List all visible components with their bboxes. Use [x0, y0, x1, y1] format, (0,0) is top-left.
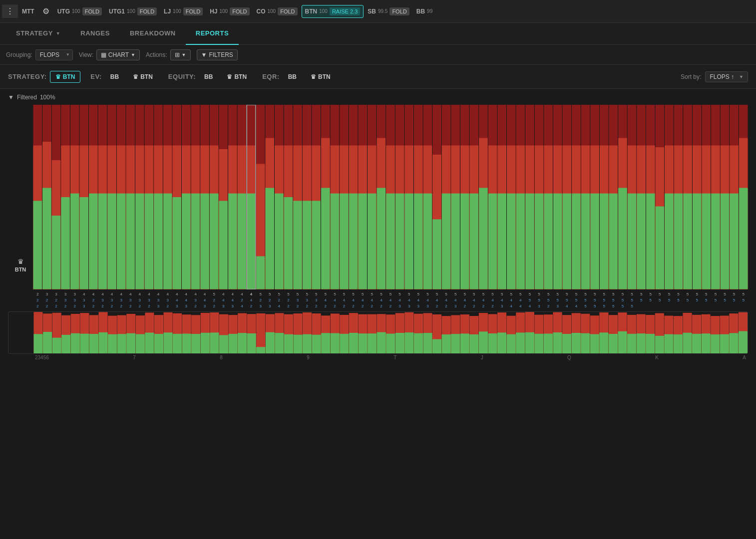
ev-btn-btn[interactable]: ♛ BTN — [127, 71, 158, 83]
bar-chart-svg-container[interactable] — [33, 105, 748, 289]
svg-text:5: 5 — [259, 292, 262, 296]
svg-rect-604 — [739, 331, 748, 354]
eqr-bb-btn[interactable]: BB — [283, 71, 302, 83]
svg-rect-508 — [294, 335, 303, 354]
svg-text:5: 5 — [371, 292, 374, 296]
position-btn[interactable]: BTN 100 RAISE 2.3 — [302, 5, 364, 18]
svg-text:5: 5 — [278, 292, 281, 296]
tab-reports[interactable]: REPORTS — [186, 23, 239, 45]
svg-text:5: 5 — [389, 292, 392, 296]
svg-text:4: 4 — [454, 298, 457, 302]
svg-rect-219 — [702, 194, 711, 289]
filters-button[interactable]: ▼ FILTERS — [197, 49, 238, 60]
view-chart-button[interactable]: ▦ CHART ▼ — [96, 49, 140, 60]
svg-text:4: 4 — [473, 298, 475, 302]
position-hj[interactable]: HJ 100 FOLD — [207, 5, 252, 17]
svg-text:5: 5 — [742, 298, 745, 302]
svg-text:5: 5 — [510, 292, 513, 296]
svg-text:4: 4 — [501, 298, 503, 302]
position-bb[interactable]: BB 99 — [413, 6, 435, 17]
tab-ranges[interactable]: RANGES — [70, 23, 120, 45]
svg-text:5: 5 — [529, 298, 531, 302]
svg-rect-68 — [238, 194, 247, 289]
equity-label: EQUITY: — [168, 73, 196, 80]
equity-btn-btn[interactable]: ♛ BTN — [221, 71, 252, 83]
sort-select-wrapper[interactable]: FLOPS ↑ ▼ — [705, 71, 748, 82]
mini-chart-container[interactable] — [8, 311, 748, 354]
eqr-btn-btn[interactable]: ♛ BTN — [305, 71, 336, 83]
svg-rect-566 — [562, 334, 571, 354]
position-lj[interactable]: LJ 100 FOLD — [161, 5, 206, 17]
bar-chart-svg — [33, 105, 748, 289]
svg-text:4: 4 — [92, 292, 95, 296]
svg-text:2: 2 — [92, 298, 95, 302]
svg-rect-81 — [275, 194, 284, 289]
svg-rect-41 — [154, 194, 163, 289]
svg-rect-574 — [599, 332, 608, 354]
svg-text:5: 5 — [380, 292, 382, 296]
svg-text:2: 2 — [306, 304, 308, 308]
svg-text:2: 2 — [343, 304, 346, 308]
svg-rect-526 — [377, 332, 386, 354]
svg-text:2: 2 — [362, 304, 364, 308]
svg-text:5: 5 — [557, 292, 559, 296]
co-label: CO — [257, 8, 266, 15]
tab-breakdown[interactable]: BREAKDOWN — [120, 23, 186, 45]
svg-text:5: 5 — [594, 298, 596, 302]
position-co[interactable]: CO 100 FOLD — [254, 5, 301, 17]
ev-bb-btn[interactable]: BB — [105, 71, 124, 83]
svg-text:4: 4 — [111, 292, 113, 296]
position-utg1[interactable]: UTG1 100 FOLD — [106, 5, 160, 17]
menu-button[interactable]: ⋮ — [2, 4, 18, 18]
grouping-select[interactable]: FLOPS TURNS RIVERS — [35, 49, 73, 60]
svg-text:5: 5 — [566, 292, 568, 296]
svg-rect-460 — [71, 333, 80, 354]
svg-text:4: 4 — [129, 292, 132, 296]
tab-strategy[interactable]: STRATEGY ▼ — [6, 23, 70, 45]
svg-text:5: 5 — [715, 292, 717, 296]
strategy-bar: STRATEGY: ♛ BTN EV: BB ♛ BTN EQUITY: BB … — [0, 65, 756, 89]
svg-text:2: 2 — [436, 304, 438, 308]
position-utg[interactable]: UTG 100 FOLD — [54, 5, 105, 17]
svg-rect-564 — [553, 332, 562, 354]
game-type[interactable]: MTT — [19, 6, 37, 17]
svg-rect-153 — [497, 194, 506, 289]
svg-text:2: 2 — [213, 298, 215, 302]
svg-text:3: 3 — [306, 298, 308, 302]
svg-text:4: 4 — [250, 298, 253, 302]
hj-action: FOLD — [230, 7, 249, 15]
grouping-select-wrapper[interactable]: FLOPS TURNS RIVERS — [35, 49, 73, 60]
svg-rect-47 — [172, 197, 181, 289]
svg-rect-580 — [627, 334, 636, 354]
svg-rect-78 — [265, 188, 274, 289]
svg-rect-195 — [628, 194, 637, 289]
position-sb[interactable]: SB 99.5 FOLD — [365, 5, 412, 17]
svg-text:3: 3 — [269, 304, 271, 308]
svg-text:2: 2 — [120, 304, 122, 308]
svg-text:3: 3 — [166, 298, 169, 302]
strategy-btn-label: BTN — [63, 73, 75, 80]
equity-bb-btn[interactable]: BB — [199, 71, 218, 83]
svg-rect-582 — [637, 333, 646, 354]
svg-rect-198 — [637, 194, 646, 289]
actions-button[interactable]: ⊞ ▼ — [170, 49, 191, 60]
svg-text:4: 4 — [278, 304, 281, 308]
svg-text:3: 3 — [83, 304, 85, 308]
svg-text:3: 3 — [64, 292, 67, 296]
svg-text:5: 5 — [659, 298, 661, 302]
svg-text:5: 5 — [649, 298, 652, 302]
svg-text:4: 4 — [482, 298, 485, 302]
settings-button[interactable]: ⚙ — [38, 4, 53, 18]
svg-text:4: 4 — [352, 298, 355, 302]
svg-rect-496 — [238, 333, 247, 354]
svg-text:4: 4 — [120, 292, 122, 296]
filter-icon-small: ▼ — [8, 94, 14, 101]
svg-text:3: 3 — [83, 298, 85, 302]
svg-rect-462 — [80, 334, 89, 354]
svg-rect-598 — [711, 334, 720, 354]
co-action: FOLD — [278, 7, 297, 15]
svg-text:4: 4 — [575, 304, 578, 308]
svg-text:5: 5 — [575, 298, 578, 302]
strategy-btn-btn[interactable]: ♛ BTN — [50, 71, 81, 83]
svg-text:4: 4 — [464, 298, 466, 302]
